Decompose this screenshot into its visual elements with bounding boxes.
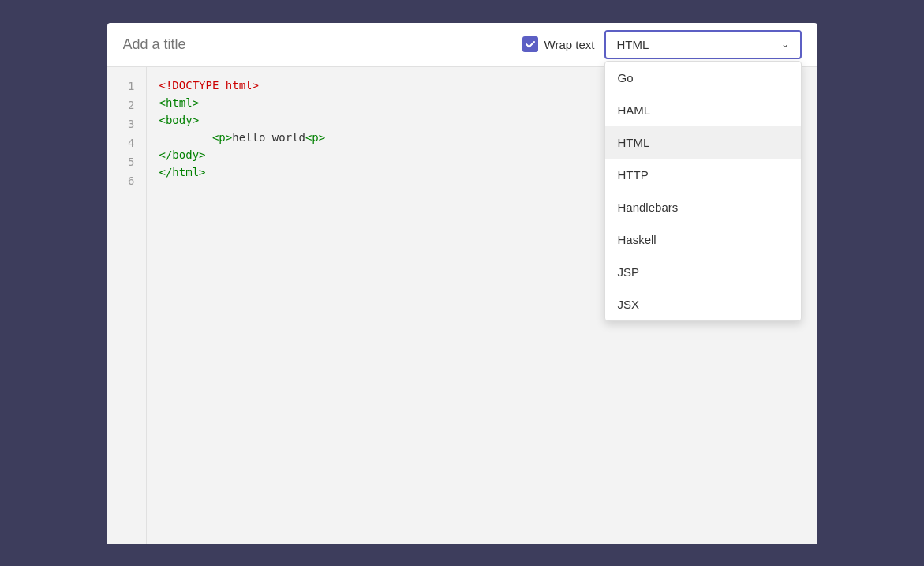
header-right: Wrap text HTML ⌄ Go HAML HTML HTTP Handl…: [522, 30, 802, 59]
dropdown-menu: Go HAML HTML HTTP Handlebars Haskell JSP…: [604, 61, 802, 321]
header: Wrap text HTML ⌄ Go HAML HTML HTTP Handl…: [107, 23, 817, 67]
dropdown-item-handlebars[interactable]: Handlebars: [605, 191, 801, 223]
dropdown-item-haml[interactable]: HAML: [605, 94, 801, 126]
wrap-text-checkbox[interactable]: [522, 36, 538, 52]
line-number-5: 5: [128, 152, 145, 171]
dropdown-item-http[interactable]: HTTP: [605, 159, 801, 191]
dropdown-item-go[interactable]: Go: [605, 62, 801, 94]
dropdown-item-jsp[interactable]: JSP: [605, 256, 801, 288]
dropdown-item-html[interactable]: HTML: [605, 126, 801, 159]
line-number-2: 2: [128, 96, 145, 114]
wrap-text-container: Wrap text: [522, 36, 595, 52]
line-number-3: 3: [128, 114, 145, 133]
line-number-4: 4: [128, 133, 145, 152]
chevron-down-icon: ⌄: [781, 39, 789, 50]
line-numbers: 1 2 3 4 5 6: [107, 67, 147, 544]
dropdown-item-haskell[interactable]: Haskell: [605, 223, 801, 256]
wrap-text-label: Wrap text: [544, 38, 595, 51]
selected-language: HTML: [617, 38, 649, 51]
main-container: Wrap text HTML ⌄ Go HAML HTML HTTP Handl…: [107, 23, 817, 544]
dropdown-item-jsx[interactable]: JSX: [605, 288, 801, 320]
title-input[interactable]: [123, 36, 306, 53]
dropdown-button[interactable]: HTML ⌄: [604, 30, 802, 59]
checkmark-icon: [525, 39, 536, 50]
line-number-6: 6: [128, 171, 145, 190]
line-number-1: 1: [128, 77, 145, 96]
language-dropdown: HTML ⌄ Go HAML HTML HTTP Handlebars Hask…: [604, 30, 802, 59]
